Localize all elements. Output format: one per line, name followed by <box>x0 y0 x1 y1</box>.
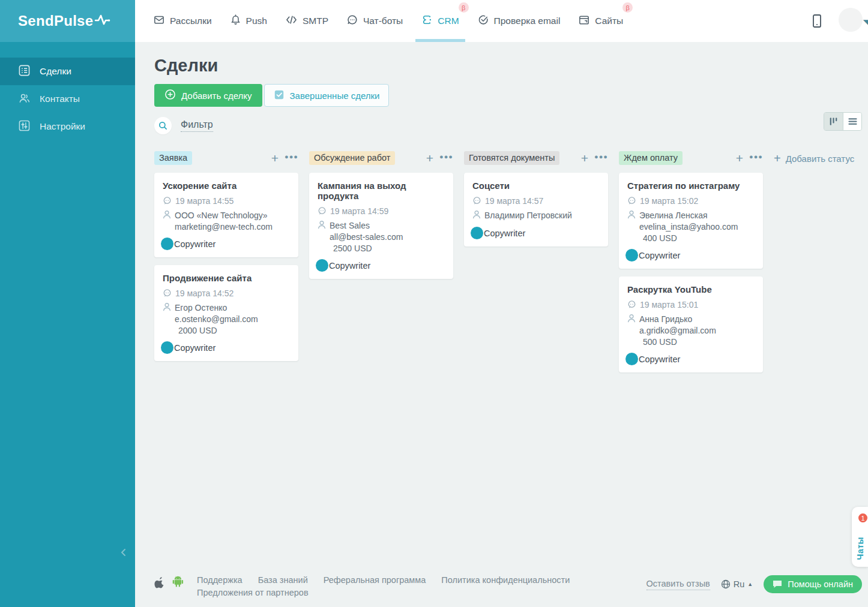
deal-card[interactable]: Кампания на выход продукта 19 марта 14:5… <box>309 173 453 279</box>
nav-item-chatbots[interactable]: Чат-боты <box>347 0 403 42</box>
deals-list-icon <box>19 65 30 79</box>
nav-item-label: CRM <box>438 16 459 26</box>
add-status-button[interactable]: + Добавить статус <box>774 152 854 166</box>
nav-item-smtp[interactable]: SMTP <box>286 0 328 42</box>
column-menu-icon[interactable]: ●●● <box>439 153 453 163</box>
deal-datetime-row: 19 марта 14:52 <box>163 289 290 298</box>
sidebar-item-deals[interactable]: Сделки <box>0 58 135 85</box>
deal-card[interactable]: Раскрутка YouTube 19 марта 15:01 Анна Гр… <box>619 277 763 372</box>
person-icon <box>318 220 326 229</box>
deal-card[interactable]: Соцсети 19 марта 14:57 Владимир Петровск… <box>464 173 608 247</box>
add-card-icon[interactable]: + <box>736 152 743 164</box>
check-circle-icon <box>478 14 489 28</box>
online-help-button[interactable]: Помощь онлайн <box>764 575 862 593</box>
column-header: Ждем оплату + ●●● <box>619 151 763 165</box>
deal-amount: 500 USD <box>643 337 755 347</box>
footer-links: Поддержка База знаний Реферальная програ… <box>197 575 581 597</box>
deal-datetime-row: 19 марта 15:01 <box>627 300 755 309</box>
nav-item-push[interactable]: Push <box>231 0 267 42</box>
mobile-app-icon[interactable] <box>812 14 822 31</box>
timestamp-icon <box>163 289 172 298</box>
chats-unread-badge: 1 <box>857 512 868 524</box>
crm-icon <box>421 14 432 28</box>
deal-owner-row: Copywriter <box>161 238 290 250</box>
page-title: Сделки <box>154 56 868 76</box>
owner-avatar <box>161 238 173 250</box>
nav-item-email-verification[interactable]: Проверка email <box>478 0 561 42</box>
app-root: SendPulse Сделки <box>0 0 868 607</box>
leave-feedback-link[interactable]: Оставить отзыв <box>646 579 710 590</box>
column-menu-icon[interactable]: ●●● <box>594 153 608 163</box>
nav-item-label: Проверка email <box>494 16 561 26</box>
nav-item-label: SMTP <box>303 16 328 26</box>
column-menu-icon[interactable]: ●●● <box>749 153 763 163</box>
user-avatar[interactable] <box>839 8 863 32</box>
language-selector[interactable]: Ru ▲ <box>721 579 753 589</box>
settings-sliders-icon <box>19 120 30 134</box>
deal-title: Продвижение сайта <box>163 273 290 283</box>
add-card-icon[interactable]: + <box>426 152 433 164</box>
add-status-label: Добавить статус <box>786 154 855 164</box>
footer-link-partner-offers[interactable]: Предложения от партнеров <box>197 588 309 597</box>
owner-name: Copywriter <box>484 229 525 238</box>
deal-owner-row: Copywriter <box>316 259 445 272</box>
column-title-badge[interactable]: Заявка <box>154 151 192 165</box>
timestamp-icon <box>627 196 636 205</box>
footer-link-privacy[interactable]: Политика конфиденциальности <box>441 575 570 585</box>
column-title-badge[interactable]: Ждем оплату <box>619 151 683 165</box>
add-deal-button[interactable]: Добавить сделку <box>154 84 262 107</box>
add-card-icon[interactable]: + <box>581 152 588 164</box>
sidebar-item-label: Сделки <box>40 66 71 77</box>
deal-contact: ООО «New Technology» <box>175 210 268 221</box>
beta-badge: β <box>459 2 469 13</box>
account-dropdown-caret-icon[interactable]: ◥ <box>863 18 868 26</box>
deal-card[interactable]: Ускорение сайта 19 марта 14:55 ООО «New … <box>154 173 298 257</box>
deal-title: Ускорение сайта <box>163 181 290 191</box>
filter-row: Фильтр <box>154 117 868 134</box>
sidebar-item-contacts[interactable]: Контакты <box>0 85 135 113</box>
deal-owner-row: Copywriter <box>161 341 290 354</box>
kanban-view-button[interactable] <box>824 113 843 130</box>
column-title-badge[interactable]: Обсуждение работ <box>309 151 395 165</box>
deal-email: e.ostenko@gmail.com <box>175 314 290 324</box>
footer-link-referral[interactable]: Реферальная программа <box>324 575 426 585</box>
envelope-icon <box>154 14 164 28</box>
android-icon[interactable] <box>172 576 184 591</box>
deal-email: marketing@new-tech.com <box>175 222 290 232</box>
column-documents: Готовятся документы + ●●● Соцсети 19 мар… <box>464 151 608 247</box>
deal-card[interactable]: Стратегия по инстаграму 19 марта 15:02 Э… <box>619 173 763 269</box>
deal-card[interactable]: Продвижение сайта 19 марта 14:52 Егор Ос… <box>154 265 298 361</box>
owner-name: Copywriter <box>639 354 680 364</box>
completed-deals-button[interactable]: Завершенные сделки <box>264 84 390 107</box>
list-view-button[interactable] <box>843 113 861 130</box>
sendpulse-logo[interactable]: SendPulse <box>0 0 135 42</box>
person-icon <box>472 210 481 219</box>
main-area: Рассылки Push SMTP Чат-боты <box>135 0 868 607</box>
add-card-icon[interactable]: + <box>271 152 279 164</box>
chats-side-tab[interactable]: Чаты 1 <box>852 507 868 567</box>
help-chat-icon <box>773 580 782 588</box>
column-title-badge[interactable]: Готовятся документы <box>464 151 559 165</box>
deal-email: evelina_insta@yahoo.com <box>639 222 755 232</box>
globe-icon <box>721 579 731 589</box>
bell-icon <box>231 14 241 28</box>
sidebar-collapse-chevron-icon[interactable] <box>118 547 129 560</box>
browser-window-icon <box>579 15 589 28</box>
sidebar-item-label: Настройки <box>40 121 85 132</box>
deal-datetime: 19 марта 14:59 <box>330 206 388 216</box>
column-menu-icon[interactable]: ●●● <box>285 153 298 163</box>
footer-link-knowledge-base[interactable]: База знаний <box>258 575 308 585</box>
nav-item-label: Рассылки <box>170 16 212 26</box>
nav-item-sites[interactable]: Сайты β <box>579 0 623 42</box>
search-button[interactable] <box>154 117 172 134</box>
deal-owner-row: Copywriter <box>625 353 755 365</box>
online-help-label: Помощь онлайн <box>788 579 853 589</box>
sidebar-item-settings[interactable]: Настройки <box>0 113 135 140</box>
filter-button[interactable]: Фильтр <box>181 119 213 132</box>
deal-datetime: 19 марта 14:55 <box>175 196 234 206</box>
deal-email: a.gridko@gmail.com <box>639 326 755 335</box>
nav-item-crm[interactable]: CRM β <box>421 0 459 42</box>
footer-link-support[interactable]: Поддержка <box>197 575 243 585</box>
nav-item-mailings[interactable]: Рассылки <box>154 0 212 42</box>
apple-icon[interactable] <box>154 576 164 591</box>
